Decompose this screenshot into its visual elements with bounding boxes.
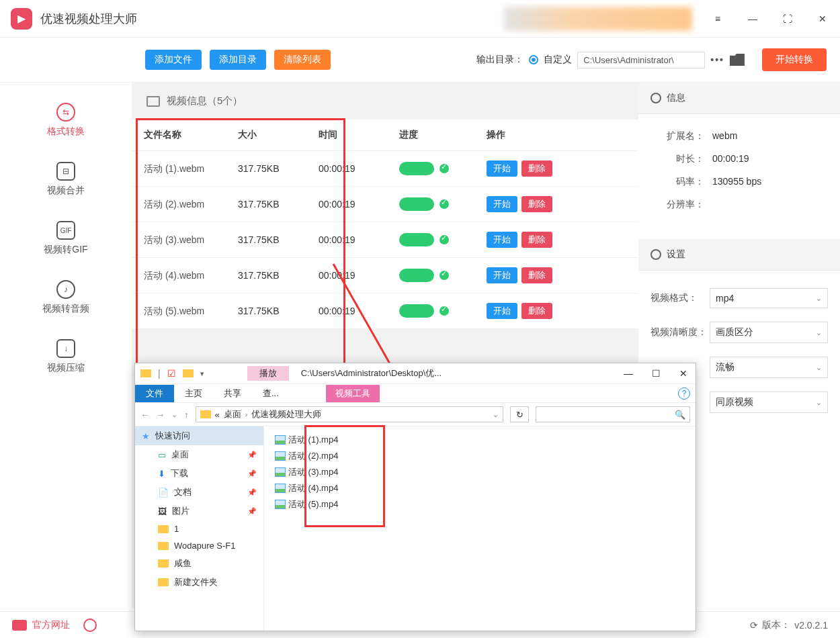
row-delete-button[interactable]: 删除 <box>521 232 552 248</box>
nav-forward-icon[interactable]: → <box>156 410 165 420</box>
row-start-button[interactable]: 开始 <box>487 267 517 283</box>
row-delete-button[interactable]: 删除 <box>521 267 552 283</box>
sidebar-quick-access[interactable]: ★快速访问 <box>135 426 263 445</box>
ribbon-tab-file[interactable]: 文件 <box>135 385 174 402</box>
explorer-sidebar: ★快速访问 ▭桌面📌 ⬇下载📌 📄文档📌 🖼图片📌 1 Wodapure S-F… <box>135 426 264 631</box>
app-title: 优速视频处理大师 <box>40 11 137 27</box>
chat-icon[interactable] <box>83 619 97 632</box>
col-ops: 操作 <box>487 129 601 141</box>
ribbon-tab-view[interactable]: 查... <box>252 385 290 402</box>
image-file-icon <box>275 467 286 477</box>
sidebar-documents[interactable]: 📄文档📌 <box>135 483 263 502</box>
nav-up-icon[interactable]: ↑ <box>184 410 189 420</box>
video-format-select[interactable]: mp4⌄ <box>710 288 828 308</box>
title-bar: ▶ 优速视频处理大师 ≡ — ⛶ ✕ <box>0 0 840 38</box>
maximize-button[interactable]: ⛶ <box>781 12 794 26</box>
ribbon-tab-video-tools[interactable]: 视频工具 <box>326 385 380 402</box>
sidebar-folder-wodapure[interactable]: Wodapure S-F1 <box>135 537 263 554</box>
version-label: 版本： <box>762 619 790 631</box>
pin-icon: 📌 <box>247 469 257 478</box>
setting-quality-label: 视频清晰度： <box>650 326 710 338</box>
chevron-down-icon[interactable]: ⌄ <box>493 410 499 419</box>
panel-header-text: 视频信息（5个） <box>167 95 243 107</box>
compress-icon: ↓ <box>56 339 75 358</box>
menu-icon[interactable]: ≡ <box>711 12 724 26</box>
version-value: v2.0.2.1 <box>794 620 828 631</box>
sidebar-folder-xianyu[interactable]: 咸鱼 <box>135 554 263 573</box>
help-icon[interactable]: ? <box>678 388 690 400</box>
address-bar[interactable]: « 桌面 › 优速视频处理大师 ⌄ <box>196 406 504 422</box>
sidebar-pictures[interactable]: 🖼图片📌 <box>135 502 263 520</box>
sidebar-item-video-to-gif[interactable]: GIF 视频转GIF <box>44 221 87 256</box>
smooth-select[interactable]: 流畅⌄ <box>710 357 828 378</box>
chevron-down-icon: ⌄ <box>816 294 822 303</box>
sidebar-item-format-convert[interactable]: ⇆ 格式转换 <box>47 103 85 138</box>
image-file-icon <box>275 435 286 445</box>
progress-bar <box>399 162 434 175</box>
sidebar-folder-1[interactable]: 1 <box>135 520 263 537</box>
swap-icon: ⇆ <box>56 103 75 122</box>
progress-bar <box>399 269 434 282</box>
output-mode-label: 自定义 <box>544 54 572 66</box>
close-button[interactable]: ✕ <box>816 12 829 26</box>
row-start-button[interactable]: 开始 <box>487 303 517 319</box>
sidebar-item-video-merge[interactable]: ⊟ 视频合并 <box>47 162 85 197</box>
check-icon: ☑ <box>167 368 176 379</box>
add-directory-button[interactable]: 添加目录 <box>210 50 266 70</box>
row-delete-button[interactable]: 删除 <box>521 303 552 319</box>
output-path-input[interactable]: C:\Users\Administrator\ <box>577 52 705 69</box>
chevron-down-icon: ⌄ <box>816 398 822 407</box>
sidebar-item-video-to-audio[interactable]: ♪ 视频转音频 <box>42 280 89 315</box>
crumb-desktop[interactable]: 桌面 <box>224 408 241 420</box>
explorer-search-input[interactable]: 🔍 <box>536 406 690 422</box>
refresh-button[interactable]: ↻ <box>510 406 529 422</box>
sidebar-item-video-compress[interactable]: ↓ 视频压缩 <box>47 339 85 374</box>
video-quality-select[interactable]: 画质区分⌄ <box>710 322 828 343</box>
explorer-file-list: 活动 (1).mp4活动 (2).mp4活动 (3).mp4活动 (4).mp4… <box>264 426 696 631</box>
row-start-button[interactable]: 开始 <box>487 232 517 248</box>
site-logo-icon <box>12 620 27 631</box>
image-file-icon <box>275 484 286 493</box>
sidebar-downloads[interactable]: ⬇下载📌 <box>135 464 263 483</box>
folder-icon <box>200 410 211 418</box>
search-icon: 🔍 <box>675 410 685 420</box>
info-bitrate-value: 130955 bps <box>712 176 761 188</box>
add-file-button[interactable]: 添加文件 <box>145 50 202 70</box>
user-banner-blur <box>504 7 692 31</box>
minimize-button[interactable]: — <box>746 12 759 26</box>
official-site-link[interactable]: 官方网址 <box>32 619 70 631</box>
nav-history-icon[interactable]: ⌄ <box>171 410 177 419</box>
sidebar-item-label: 视频转GIF <box>44 244 87 256</box>
setting-format-label: 视频格式： <box>650 292 710 304</box>
row-delete-button[interactable]: 删除 <box>521 161 552 177</box>
explorer-window-title: C:\Users\Administrator\Desktop\优... <box>301 367 442 379</box>
sidebar-folder-new[interactable]: 新建文件夹 <box>135 573 263 592</box>
image-file-icon <box>275 500 286 509</box>
row-start-button[interactable]: 开始 <box>487 196 517 212</box>
open-folder-icon[interactable] <box>730 54 745 66</box>
explorer-minimize-button[interactable]: — <box>624 368 633 379</box>
clear-list-button[interactable]: 清除列表 <box>274 50 331 70</box>
toolbar: 添加文件 添加目录 清除列表 输出目录： 自定义 C:\Users\Admini… <box>0 38 840 83</box>
sidebar-desktop[interactable]: ▭桌面📌 <box>135 445 263 464</box>
sidebar-item-label: 视频合并 <box>47 185 85 197</box>
nav-back-icon[interactable]: ← <box>140 410 149 420</box>
row-start-button[interactable]: 开始 <box>487 161 517 177</box>
explorer-close-button[interactable]: ✕ <box>679 368 687 379</box>
pin-icon: 📌 <box>247 507 257 516</box>
ribbon-tab-home[interactable]: 主页 <box>174 385 213 402</box>
pin-icon: 📌 <box>247 451 257 459</box>
annotation-box-output-files <box>304 425 385 527</box>
crumb-folder[interactable]: 优速视频处理大师 <box>251 408 321 420</box>
same-as-source-select[interactable]: 同原视频⌄ <box>710 392 828 413</box>
done-check-icon <box>439 164 449 173</box>
play-context-tab: 播放 <box>247 366 289 381</box>
explorer-maximize-button[interactable]: ☐ <box>652 368 661 379</box>
row-delete-button[interactable]: 删除 <box>521 196 552 212</box>
refresh-icon[interactable]: ⟳ <box>750 620 758 631</box>
done-check-icon <box>439 271 449 280</box>
start-convert-button[interactable]: 开始转换 <box>762 48 827 71</box>
browse-path-button[interactable]: ••• <box>710 54 724 65</box>
output-mode-radio[interactable] <box>529 55 538 64</box>
ribbon-tab-share[interactable]: 共享 <box>213 385 252 402</box>
